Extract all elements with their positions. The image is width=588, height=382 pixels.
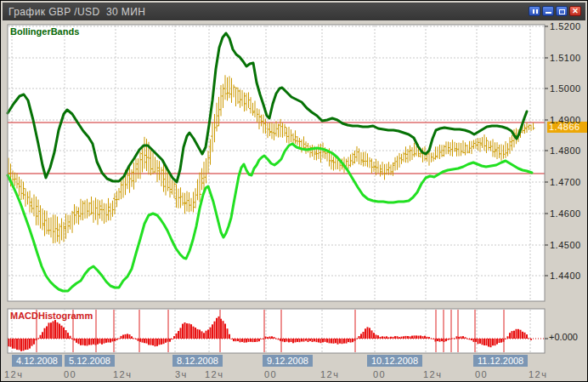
time-label: 12ч <box>423 369 442 379</box>
time-label: 00 <box>373 369 386 379</box>
price-axis-label: 1.4400 <box>550 271 581 281</box>
date-label: 9.12.2008 <box>263 355 313 367</box>
date-label: 5.12.2008 <box>65 355 115 367</box>
chart-canvas[interactable] <box>1 1 588 382</box>
time-label: 00 <box>264 369 277 379</box>
chart-window: График GBP /USD 30 МИН ✕ BollingerBands … <box>0 0 588 382</box>
time-label: 3ч <box>175 369 188 379</box>
price-axis-label: 1.4600 <box>550 208 581 219</box>
time-label: 12ч <box>529 369 547 379</box>
macd-zero-label: +0.000 <box>549 332 578 342</box>
time-label: 12ч <box>320 369 339 379</box>
price-axis-label: 1.4500 <box>550 240 581 250</box>
date-label: 4.12.2008 <box>12 355 62 367</box>
price-axis-label: 1.5200 <box>550 21 581 31</box>
date-label: 11.12.2008 <box>473 355 528 367</box>
time-label: 00 <box>475 369 488 379</box>
time-label: 12ч <box>113 369 132 379</box>
price-axis-label: 1.4800 <box>550 145 581 156</box>
indicator-label-bollinger: BollingerBands <box>10 26 79 37</box>
price-axis-label: 1.5100 <box>550 53 581 63</box>
time-label: 12ч <box>205 369 223 379</box>
time-label: 00 <box>64 369 76 379</box>
indicator-label-macd: MACDHistogramm <box>10 311 93 321</box>
date-label: 8.12.2008 <box>172 355 223 367</box>
price-axis-label: 1.4900 <box>550 115 581 125</box>
date-label: 10.12.2008 <box>367 355 422 367</box>
time-label: 12ч <box>4 369 23 379</box>
price-axis-label: 1.5000 <box>550 83 581 94</box>
price-axis-label: 1.4700 <box>550 177 581 187</box>
